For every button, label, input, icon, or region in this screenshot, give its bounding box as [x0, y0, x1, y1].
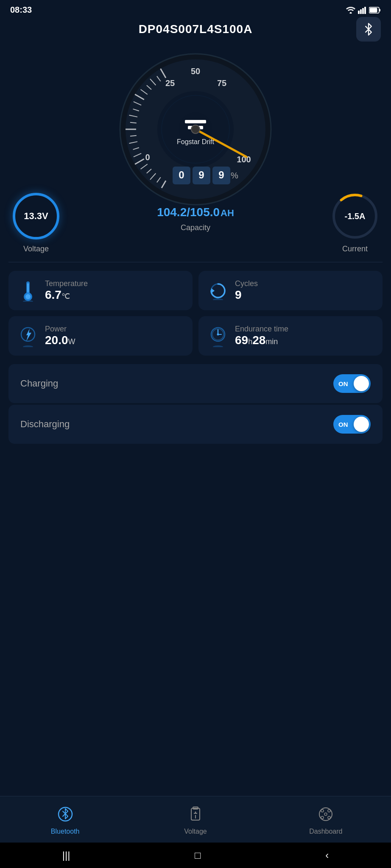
svg-rect-6 [379, 9, 380, 11]
bluetooth-icon [363, 22, 374, 36]
power-value: 20.0W [45, 334, 75, 347]
svg-rect-3 [362, 8, 364, 14]
charging-toggle[interactable]: ON [333, 374, 371, 393]
svg-point-60 [213, 298, 223, 300]
svg-point-78 [321, 816, 324, 819]
svg-point-0 [350, 12, 352, 14]
nav-bluetooth[interactable]: Bluetooth [0, 807, 130, 835]
voltage-value: 13.3V [24, 211, 48, 222]
cycles-value: 9 [235, 288, 258, 302]
current-ring: -1.5A [332, 193, 378, 239]
nav-bluetooth-icon [58, 807, 73, 825]
svg-rect-1 [358, 11, 360, 14]
wifi-icon [346, 7, 355, 14]
svg-point-56 [25, 294, 31, 299]
voltage-label: Voltage [23, 245, 49, 253]
svg-point-77 [328, 810, 330, 812]
status-icons [346, 6, 381, 14]
home-button[interactable]: □ [195, 849, 201, 861]
recent-button[interactable]: ||| [62, 849, 70, 861]
gauge-container: 0 25 50 75 100 Fogstar Drift [115, 49, 276, 210]
svg-text:9: 9 [198, 169, 204, 181]
cycles-header: Cycles 9 [207, 279, 374, 302]
svg-point-57 [23, 300, 33, 302]
endurance-card: Endurance time 69h28min [198, 316, 383, 356]
svg-rect-2 [360, 9, 362, 14]
battery-icon [369, 7, 381, 14]
gauge-section: 0 25 50 75 100 Fogstar Drift [0, 45, 391, 210]
status-time: 08:33 [10, 5, 32, 15]
nav-dashboard-icon [318, 807, 333, 825]
endurance-header: Endurance time 69h28min [207, 325, 374, 347]
charging-label: Charging [20, 378, 58, 389]
discharging-state: ON [338, 421, 348, 428]
svg-rect-4 [364, 7, 366, 14]
svg-rect-7 [370, 8, 377, 12]
svg-rect-55 [27, 283, 29, 292]
header-title: DP04S007L4S100A [139, 22, 253, 36]
nav-voltage[interactable]: Voltage [130, 807, 260, 835]
temperature-card: Temperature 6.7℃ [8, 271, 193, 310]
svg-text:25: 25 [165, 78, 175, 88]
signal-icon [358, 6, 366, 14]
svg-point-79 [328, 816, 330, 819]
power-icon [17, 325, 39, 347]
svg-point-68 [213, 345, 223, 347]
svg-text:75: 75 [217, 78, 226, 88]
back-button[interactable]: ‹ [325, 849, 329, 861]
nav-voltage-icon [189, 807, 202, 825]
svg-point-80 [324, 813, 327, 815]
svg-text:50: 50 [191, 67, 200, 76]
svg-point-67 [217, 333, 219, 335]
svg-point-62 [23, 345, 33, 347]
nav-dashboard-label: Dashboard [309, 828, 342, 835]
power-label: Power [45, 325, 75, 334]
toggle-section: Charging ON Discharging ON [0, 364, 391, 444]
nav-dashboard[interactable]: Dashboard [261, 807, 391, 835]
discharging-label: Discharging [20, 419, 70, 430]
header: DP04S007L4S100A [0, 18, 391, 45]
svg-text:0: 0 [179, 169, 184, 181]
gauge-svg: 0 25 50 75 100 Fogstar Drift [115, 49, 276, 210]
nav-voltage-label: Voltage [184, 828, 207, 835]
discharging-knob [354, 417, 369, 432]
svg-text:%: % [231, 171, 238, 180]
bottom-nav: Bluetooth Voltage Dashboa [0, 796, 391, 843]
svg-text:0: 0 [145, 153, 150, 162]
temperature-icon [17, 280, 39, 302]
svg-marker-59 [211, 288, 215, 293]
endurance-value: 69h28min [235, 334, 288, 347]
cycles-label: Cycles [235, 279, 258, 288]
charging-row: Charging ON [8, 364, 383, 403]
current-indicator: -1.5A Current [332, 193, 378, 253]
discharging-row: Discharging ON [8, 405, 383, 444]
svg-point-76 [321, 810, 324, 812]
main-divider [8, 262, 383, 262]
cycles-card: Cycles 9 [198, 271, 383, 310]
svg-text:9: 9 [218, 169, 224, 181]
endurance-label: Endurance time [235, 325, 288, 334]
temperature-label: Temperature [45, 279, 88, 288]
svg-point-43 [191, 125, 200, 134]
status-bar: 08:33 [0, 0, 391, 18]
cycles-icon [207, 280, 229, 302]
current-label: Current [342, 245, 368, 253]
svg-text:Fogstar Drift: Fogstar Drift [177, 138, 215, 145]
svg-rect-39 [185, 120, 206, 123]
power-header: Power 20.0W [17, 325, 184, 347]
charging-knob [354, 376, 369, 391]
endurance-icon [207, 325, 229, 347]
temperature-header: Temperature 6.7℃ [17, 279, 184, 302]
temperature-value: 6.7℃ [45, 288, 88, 302]
cards-grid: Temperature 6.7℃ Cycles 9 [0, 271, 391, 356]
current-value: -1.5A [345, 211, 366, 221]
charging-state: ON [338, 380, 348, 387]
power-card: Power 20.0W [8, 316, 193, 356]
capacity-label: Capacity [181, 223, 210, 232]
bluetooth-button[interactable] [356, 17, 381, 42]
nav-bluetooth-label: Bluetooth [51, 828, 80, 835]
android-nav: ||| □ ‹ [0, 843, 391, 868]
discharging-toggle[interactable]: ON [333, 415, 371, 434]
